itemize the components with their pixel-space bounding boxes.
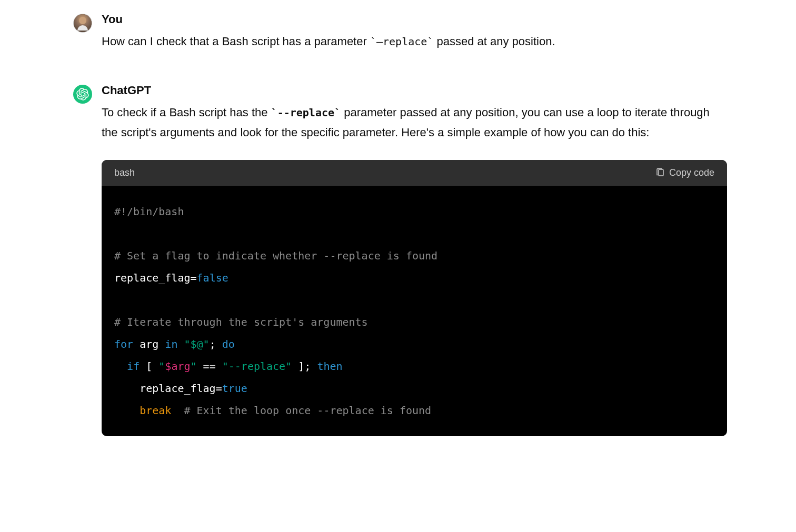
code-token: # Exit the loop once --replace is found [184,404,431,417]
code-token: $arg [165,360,190,373]
code-token [114,382,140,395]
code-token: true [222,382,247,395]
code-token: "$@" [184,338,209,350]
copy-code-label: Copy code [669,167,714,178]
code-token: replace_flag= [140,382,222,395]
copy-code-button[interactable]: Copy code [655,167,714,178]
code-language-label: bash [114,167,135,178]
code-token: for [114,338,133,350]
code-token: ; [210,338,222,350]
code-token: replace_flag= [114,272,197,284]
user-message-content: You How can I check that a Bash script h… [102,13,738,52]
code-token [114,404,140,417]
code-token [177,338,184,350]
assistant-message: ChatGPT To check if a Bash script has th… [73,84,738,436]
code-token: " [158,360,165,373]
code-token: in [165,338,177,350]
user-inline-code: `—replace` [370,35,433,48]
code-token: # Iterate through the script's arguments [114,316,368,328]
user-message-text: How can I check that a Bash script has a… [102,32,727,52]
code-token: break [140,404,171,417]
assistant-inline-code: `--replace` [271,106,341,119]
svg-rect-0 [659,169,663,176]
code-token [171,404,184,417]
code-token: ]; [292,360,317,373]
code-block: bash Copy code #!/bin/bash # Set a flag … [102,160,727,436]
user-author-label: You [102,13,727,26]
code-token: # Set a flag to indicate whether --repla… [114,249,437,262]
assistant-author-label: ChatGPT [102,84,727,97]
code-token: arg [133,338,165,350]
assistant-message-content: ChatGPT To check if a Bash script has th… [102,84,738,436]
code-token: " [191,360,197,373]
code-token: if [127,360,140,373]
clipboard-icon [655,168,665,177]
code-token: then [317,360,342,373]
user-message: You How can I check that a Bash script h… [73,13,738,52]
code-token: "--replace" [222,360,292,373]
code-header: bash Copy code [102,160,727,186]
user-avatar [73,14,92,33]
openai-logo-icon [76,88,89,101]
code-body[interactable]: #!/bin/bash # Set a flag to indicate whe… [102,186,727,436]
code-token: == [197,360,222,373]
assistant-text-before: To check if a Bash script has the [102,106,271,119]
assistant-avatar [73,85,92,104]
code-token [114,360,127,373]
user-text-before: How can I check that a Bash script has a… [102,35,370,48]
assistant-message-text: To check if a Bash script has the `--rep… [102,103,727,143]
code-token: #!/bin/bash [114,205,184,218]
code-token: do [222,338,235,350]
code-token: [ [140,360,158,373]
code-token: false [197,272,228,284]
conversation: You How can I check that a Bash script h… [58,13,738,436]
user-text-after: passed at any position. [433,35,555,48]
